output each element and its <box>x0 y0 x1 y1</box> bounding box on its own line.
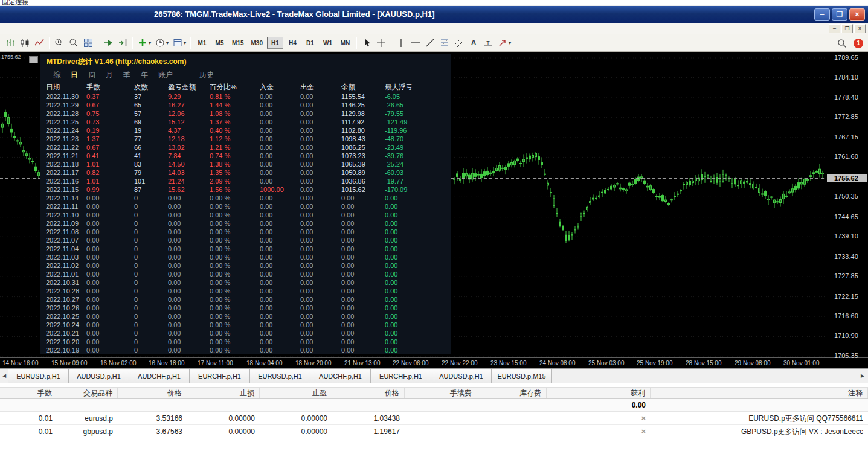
timeframe-mn-button[interactable]: MN <box>337 37 353 49</box>
balance-tp <box>260 399 332 411</box>
close-button[interactable]: × <box>849 8 865 21</box>
text-icon[interactable]: A <box>466 36 481 50</box>
chart-tab-audusd-p-h1[interactable]: AUDUSD.p,H1 <box>69 369 129 383</box>
chart-tab-eurchf-p-h1[interactable]: EURCHF.p,H1 <box>371 369 431 383</box>
chart-tab-eurusd-p-h1[interactable]: EURUSD.p,H1 <box>250 369 310 383</box>
stats-tab[interactable]: 年 <box>141 70 148 80</box>
time-axis[interactable]: 14 Nov 16:0015 Nov 09:0016 Nov 02:0016 N… <box>0 357 868 368</box>
stats-row: 2022.10.210.0000.000.00 %0.000.000.000.0… <box>40 329 451 337</box>
periods-icon[interactable]: ▾ <box>153 36 170 50</box>
candlestick-chart-icon[interactable] <box>18 36 32 50</box>
stats-cell-lots: 0.00 <box>86 337 134 346</box>
bar-chart-icon[interactable] <box>3 36 18 50</box>
stats-cell-balance: 1065.39 <box>341 160 385 168</box>
close-order-icon[interactable]: × <box>547 425 651 438</box>
dropdown-caret-icon[interactable]: ▾ <box>509 40 511 46</box>
trendline-icon[interactable] <box>423 36 437 50</box>
auto-scroll-icon[interactable] <box>101 36 115 50</box>
time-tick: 21 Nov 13:00 <box>344 360 381 366</box>
minimize-button[interactable]: – <box>814 8 830 21</box>
stats-cell-balance: 0.00 <box>341 236 385 245</box>
stats-cell-withdraw: 0.00 <box>300 109 341 118</box>
child-restore-button[interactable]: ❐ <box>841 24 853 33</box>
stats-cell-percent: 1.21 % <box>210 143 260 152</box>
chart-tab-eurchf-p-h1[interactable]: EURCHF.p,H1 <box>190 369 250 383</box>
stats-tab[interactable]: 日 <box>71 70 78 80</box>
stats-tab-history[interactable]: 历史 <box>199 70 214 80</box>
stats-cell-balance: 0.00 <box>341 261 385 270</box>
zoom-in-icon[interactable] <box>52 36 66 50</box>
stats-tab[interactable]: 季 <box>123 70 130 80</box>
stats-cell-pl-amount: 7.84 <box>168 152 210 160</box>
crosshair-icon[interactable] <box>374 36 388 50</box>
timeframe-m1-button[interactable]: M1 <box>194 37 210 49</box>
chart-tab-audusd-p-h1[interactable]: AUDUSD.p,H1 <box>431 369 492 383</box>
timeframe-m15-button[interactable]: M15 <box>229 37 246 49</box>
templates-icon[interactable]: ▾ <box>170 36 188 50</box>
stats-cell-date: 2022.10.21 <box>46 329 86 337</box>
stats-cell-count: 69 <box>134 118 168 126</box>
restore-button[interactable]: ❐ <box>832 8 847 21</box>
arrows-icon[interactable]: ▾ <box>495 36 513 50</box>
fibonacci-icon[interactable] <box>437 36 452 50</box>
order-row[interactable]: 0.01eurusd.p3.531660.000000.000001.03438… <box>0 412 868 425</box>
horizontal-line-icon[interactable] <box>408 36 423 50</box>
stats-cell-balance: 0.00 <box>341 337 385 346</box>
child-minimize-button[interactable]: – <box>829 24 840 33</box>
cursor-icon[interactable] <box>359 36 374 50</box>
stats-cell-deposit: 0.00 <box>260 304 300 312</box>
stats-tab[interactable]: 月 <box>106 70 113 80</box>
stats-cell-balance: 1146.25 <box>341 101 385 109</box>
stats-tab[interactable]: 周 <box>88 70 95 80</box>
zoom-out-icon[interactable] <box>66 36 81 50</box>
child-close-button[interactable]: × <box>854 24 866 33</box>
order-comment: EURUSD.p更多访问 QQ775566611 <box>651 412 868 424</box>
chart-tab-audchf-p-h1[interactable]: AUDCHF.p,H1 <box>129 369 190 383</box>
stats-col-count: 次数 <box>134 82 168 92</box>
chart-tab-eurusd-p-h1[interactable]: EURUSD.p,H1 <box>8 369 69 383</box>
timeframe-h1-button[interactable]: H1 <box>267 37 283 49</box>
dropdown-caret-icon[interactable]: ▾ <box>166 40 169 46</box>
line-chart-icon[interactable] <box>32 36 47 50</box>
stats-cell-pl-amount: 15.62 <box>168 185 210 194</box>
chart-tab-audchf-p-h1[interactable]: AUDCHF.p,H1 <box>310 369 371 383</box>
timeframe-d1-button[interactable]: D1 <box>302 37 318 49</box>
order-symbol: gbpusd.p <box>57 425 118 438</box>
stats-cell-pl-amount: 0.00 <box>168 219 210 228</box>
stats-cell-lots: 0.00 <box>86 270 134 278</box>
alert-badge[interactable]: 1 <box>854 39 863 48</box>
stats-cell-percent: 1.38 % <box>210 160 260 168</box>
chart-shift-icon[interactable] <box>115 36 130 50</box>
tile-windows-icon[interactable] <box>81 36 95 50</box>
stats-cell-max-drawdown: 0.00 <box>385 219 451 228</box>
stats-panel-minimize-button[interactable]: – <box>29 56 38 63</box>
tab-scroll-right-icon[interactable]: ▶ <box>858 369 867 383</box>
vertical-line-icon[interactable] <box>394 36 408 50</box>
indicators-icon[interactable]: ▾ <box>135 36 153 50</box>
price-scale[interactable]: 1789.651784.101778.401772.851767.151761.… <box>826 52 868 357</box>
stats-cell-withdraw: 0.00 <box>300 295 341 304</box>
stats-tab[interactable]: 账户 <box>158 70 173 80</box>
tab-scroll-left-icon[interactable]: ◀ <box>0 369 8 383</box>
stats-cell-percent: 0.00 % <box>210 211 260 219</box>
order-row[interactable]: 0.01gbpusd.p3.675630.000000.000001.19617… <box>0 425 868 438</box>
stats-cell-date: 2022.10.25 <box>46 312 86 321</box>
order-tp: 0.00000 <box>260 412 332 424</box>
equidistant-channel-icon[interactable] <box>452 36 466 50</box>
dropdown-caret-icon[interactable]: ▾ <box>149 40 151 46</box>
chart-tab-eurusd-p-m15[interactable]: EURUSD.p,M15 <box>492 369 552 383</box>
stats-cell-deposit: 0.00 <box>260 270 300 278</box>
search-icon[interactable] <box>835 36 849 50</box>
close-order-icon[interactable]: × <box>547 412 651 424</box>
stats-cell-withdraw: 0.00 <box>300 118 341 126</box>
text-label-icon[interactable]: T <box>481 36 495 50</box>
dropdown-caret-icon[interactable]: ▾ <box>184 40 186 46</box>
time-tick: 14 Nov 16:00 <box>2 360 39 366</box>
stats-cell-max-drawdown: 0.00 <box>385 329 451 337</box>
timeframe-m5-button[interactable]: M5 <box>211 37 228 49</box>
stats-row: 2022.10.200.0000.000.00 %0.000.000.000.0… <box>40 337 451 346</box>
stats-tab[interactable]: 综 <box>53 70 60 80</box>
timeframe-w1-button[interactable]: W1 <box>320 37 336 49</box>
timeframe-m30-button[interactable]: M30 <box>248 37 266 49</box>
timeframe-h4-button[interactable]: H4 <box>285 37 301 49</box>
